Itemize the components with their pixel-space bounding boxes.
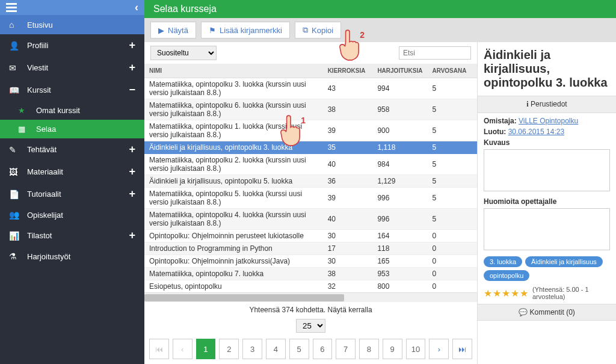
- pager: ⏮‹12345678910›⏭: [144, 334, 477, 364]
- plus-icon: +: [129, 39, 135, 52]
- details-title: Äidinkieli ja kirjallisuus, opintopolku …: [484, 48, 610, 90]
- tag[interactable]: Äidinkieli ja kirjallisuus: [525, 256, 603, 267]
- tag[interactable]: 3. luokka: [484, 256, 522, 267]
- table-row[interactable]: Äidinkieli ja kirjallisuus, opintopolku …: [144, 175, 477, 188]
- nav-messages[interactable]: ✉ Viestit +: [0, 57, 144, 79]
- pager-prev: ‹: [173, 339, 192, 359]
- comments-header[interactable]: 💬 Kommentit (0): [478, 304, 616, 321]
- description-box[interactable]: [484, 149, 610, 191]
- table-cell: 5: [427, 209, 477, 230]
- sort-select[interactable]: Suositeltu: [150, 46, 217, 60]
- pager-next[interactable]: ›: [429, 339, 449, 359]
- pager-page[interactable]: 4: [266, 339, 286, 359]
- pager-page[interactable]: 5: [289, 339, 309, 359]
- desc-label: Kuvaus: [484, 138, 510, 147]
- col-rounds[interactable]: Kierroksia: [323, 64, 373, 78]
- pager-page[interactable]: 3: [242, 339, 262, 359]
- grid-icon: ▦: [18, 125, 30, 134]
- table-row[interactable]: Matematiikka, opintopolku 7. luokka38953…: [144, 268, 477, 280]
- col-name[interactable]: Nimi: [144, 64, 323, 78]
- doc-icon: 📄: [9, 190, 21, 199]
- nav-exercises[interactable]: ⚗ Harjoitustyöt: [0, 247, 144, 266]
- table-cell: 35: [323, 141, 373, 154]
- courses-table: Nimi Kierroksia Harjoituksia Arvosana Ma…: [144, 64, 477, 292]
- table-cell: 5: [427, 99, 477, 120]
- table-row[interactable]: Matematiikka, opintopolku 6. luokka (kur…: [144, 99, 477, 120]
- nav-tutorials[interactable]: 📄 Tutoriaalit +: [0, 183, 144, 205]
- created-field: Luotu: 30.06.2015 14:23: [484, 128, 610, 136]
- book-icon: 📖: [9, 85, 21, 95]
- bookmark-button[interactable]: ⚑ Lisää kirjanmerkki: [201, 22, 290, 39]
- nav-label: Kurssit: [27, 85, 129, 94]
- horizontal-scrollbar[interactable]: [144, 292, 477, 302]
- table-cell: 164: [372, 230, 427, 242]
- page-size-select[interactable]: 25: [296, 319, 325, 333]
- nav-own-courses[interactable]: ★ Omat kurssit: [0, 101, 144, 120]
- plus-icon: +: [129, 188, 135, 200]
- pager-page[interactable]: 7: [336, 339, 356, 359]
- table-cell: 36: [323, 175, 373, 188]
- table-row[interactable]: Matematiikka, opintopolku 1. luokka (kur…: [144, 120, 477, 141]
- table-cell: Äidinkieli ja kirjallisuus, opintopolku …: [144, 141, 323, 154]
- pager-page[interactable]: 2: [219, 339, 239, 359]
- table-cell: Matematiikka, opintopolku 3. luokka (kur…: [144, 78, 323, 99]
- pager-page[interactable]: 10: [406, 339, 426, 359]
- owner-field: Omistaja: ViLLE Opintopolku: [484, 117, 610, 125]
- created-link[interactable]: 30.06.2015 14:23: [508, 128, 564, 136]
- table-cell: Äidinkieli ja kirjallisuus, opintopolku …: [144, 175, 323, 188]
- table-row[interactable]: Opintopolku: Ohjelmoinnin perusteet luki…: [144, 230, 477, 242]
- nav-stats[interactable]: 📊 Tilastot +: [0, 224, 144, 247]
- collapse-icon[interactable]: ‹: [135, 1, 138, 14]
- pager-last[interactable]: ⏭: [452, 339, 472, 359]
- table-cell: Opintopolku: Ohjelmoinnin jatkokurssi(Ja…: [144, 255, 323, 268]
- nav-label: Profiili: [27, 41, 129, 50]
- table-row[interactable]: Matematiikka, opintopolku 5. luokka (kur…: [144, 188, 477, 209]
- table-cell: Opintopolku: Ohjelmoinnin perusteet luki…: [144, 230, 323, 242]
- flask-icon: ⚗: [9, 251, 21, 261]
- edit-icon: ✎: [9, 145, 21, 155]
- nav-home[interactable]: ⌂ Etusivu: [0, 15, 144, 34]
- owner-link[interactable]: ViLLE Opintopolku: [519, 117, 578, 125]
- table-row[interactable]: Opintopolku: Ohjelmoinnin jatkokurssi(Ja…: [144, 255, 477, 268]
- nav-tasks[interactable]: ✎ Tehtävät +: [0, 138, 144, 161]
- show-button[interactable]: ▶ Näytä: [150, 22, 196, 39]
- pager-page[interactable]: 8: [359, 339, 379, 359]
- table-row[interactable]: Matematiikka, opintopolku 3. luokka (kur…: [144, 78, 477, 99]
- nav-label: Omat kurssit: [36, 106, 80, 115]
- copy-button[interactable]: ⧉ Kopioi: [295, 22, 341, 39]
- pager-page[interactable]: 6: [313, 339, 333, 359]
- table-cell: Introduction to Programming in Python: [144, 242, 323, 255]
- table-row[interactable]: Esiopetus, opintopolku328000: [144, 280, 477, 293]
- table-row[interactable]: Introduction to Programming in Python171…: [144, 242, 477, 255]
- pager-page[interactable]: 1: [196, 339, 216, 359]
- table-row[interactable]: Matematiikka, opintopolku 2. luokka (kur…: [144, 154, 477, 175]
- table-row[interactable]: Matematiikka, opintopolku 4. luokka (kur…: [144, 209, 477, 230]
- nav-materials[interactable]: 🖼 Materiaalit +: [0, 161, 144, 183]
- nav-browse[interactable]: ▦ Selaa: [0, 120, 144, 138]
- col-grade[interactable]: Arvosana: [427, 64, 477, 78]
- nav-profile[interactable]: 👤 Profiili +: [0, 34, 144, 57]
- nav-courses[interactable]: 📖 Kurssit −: [0, 79, 144, 101]
- nav-label: Harjoitustyöt: [27, 252, 135, 261]
- image-icon: 🖼: [9, 167, 21, 177]
- table-row[interactable]: Äidinkieli ja kirjallisuus, opintopolku …: [144, 141, 477, 154]
- nav-label: Materiaalit: [27, 167, 129, 176]
- pager-page[interactable]: 9: [383, 339, 402, 359]
- tag[interactable]: opintopolku: [484, 270, 529, 281]
- table-cell: 40: [323, 154, 373, 175]
- toolbar: ▶ Näytä ⚑ Lisää kirjanmerkki ⧉ Kopioi: [144, 18, 616, 42]
- col-exercises[interactable]: Harjoituksia: [372, 64, 427, 78]
- mail-icon: ✉: [9, 63, 21, 73]
- nav-students[interactable]: 👥 Opiskelijat: [0, 205, 144, 224]
- menu-icon[interactable]: [6, 1, 17, 14]
- search-input[interactable]: [399, 46, 471, 60]
- table-cell: 1,129: [372, 175, 427, 188]
- table-cell: 38: [323, 268, 373, 280]
- nav-label: Opiskelijat: [27, 211, 135, 220]
- basic-info-header[interactable]: i Perustiedot: [478, 96, 616, 113]
- nav-label: Tilastot: [27, 231, 129, 240]
- table-cell: 0: [427, 230, 477, 242]
- notes-box[interactable]: [484, 208, 610, 250]
- sidebar: ‹ ⌂ Etusivu 👤 Profiili + ✉ Viestit + 📖 K…: [0, 0, 144, 364]
- user-icon: 👤: [9, 41, 21, 51]
